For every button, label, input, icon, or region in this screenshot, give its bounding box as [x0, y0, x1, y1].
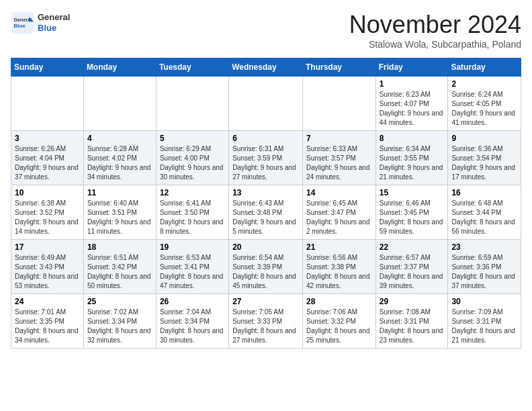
day-info: Sunrise: 6:29 AM Sunset: 4:00 PM Dayligh…: [160, 144, 225, 182]
day-info: Sunrise: 6:31 AM Sunset: 3:59 PM Dayligh…: [232, 144, 299, 182]
day-cell: 13Sunrise: 6:43 AM Sunset: 3:48 PM Dayli…: [229, 185, 303, 240]
day-info: Sunrise: 6:23 AM Sunset: 4:07 PM Dayligh…: [380, 90, 445, 128]
week-row-3: 10Sunrise: 6:38 AM Sunset: 3:52 PM Dayli…: [11, 185, 521, 240]
day-number: 30: [451, 297, 517, 306]
day-number: 5: [160, 134, 225, 143]
day-number: 20: [232, 242, 299, 252]
day-number: 10: [15, 188, 80, 197]
day-info: Sunrise: 6:51 AM Sunset: 3:42 PM Dayligh…: [87, 253, 152, 291]
day-number: 14: [306, 188, 372, 197]
header-cell-sunday: Sunday: [11, 58, 84, 77]
day-cell: 29Sunrise: 7:08 AM Sunset: 3:31 PM Dayli…: [375, 294, 448, 349]
day-cell: [229, 77, 303, 131]
day-cell: 8Sunrise: 6:34 AM Sunset: 3:55 PM Daylig…: [375, 131, 448, 185]
day-number: 16: [451, 188, 517, 197]
day-cell: 22Sunrise: 6:57 AM Sunset: 3:37 PM Dayli…: [375, 240, 448, 294]
day-cell: 20Sunrise: 6:54 AM Sunset: 3:39 PM Dayli…: [229, 240, 303, 294]
day-cell: 28Sunrise: 7:06 AM Sunset: 3:32 PM Dayli…: [302, 294, 375, 349]
day-cell: 25Sunrise: 7:02 AM Sunset: 3:34 PM Dayli…: [83, 294, 156, 349]
header-cell-monday: Monday: [83, 58, 156, 77]
day-number: 27: [232, 297, 299, 306]
day-info: Sunrise: 7:05 AM Sunset: 3:33 PM Dayligh…: [232, 308, 299, 345]
day-info: Sunrise: 6:53 AM Sunset: 3:41 PM Dayligh…: [160, 253, 225, 291]
page-header: General Blue General Blue November 2024 …: [11, 11, 521, 50]
day-number: 28: [306, 297, 372, 306]
day-info: Sunrise: 7:08 AM Sunset: 3:31 PM Dayligh…: [380, 308, 445, 345]
day-cell: 15Sunrise: 6:46 AM Sunset: 3:45 PM Dayli…: [375, 185, 448, 240]
day-number: 3: [15, 134, 80, 143]
logo-general-text: General: [38, 12, 70, 22]
day-cell: 4Sunrise: 6:28 AM Sunset: 4:02 PM Daylig…: [83, 131, 156, 185]
logo: General Blue General Blue: [11, 11, 70, 35]
day-cell: 19Sunrise: 6:53 AM Sunset: 3:41 PM Dayli…: [156, 240, 228, 294]
day-number: 23: [451, 242, 517, 252]
day-cell: 26Sunrise: 7:04 AM Sunset: 3:34 PM Dayli…: [156, 294, 228, 349]
day-cell: 9Sunrise: 6:36 AM Sunset: 3:54 PM Daylig…: [448, 131, 521, 185]
day-info: Sunrise: 6:34 AM Sunset: 3:55 PM Dayligh…: [380, 144, 445, 182]
day-info: Sunrise: 7:04 AM Sunset: 3:34 PM Dayligh…: [160, 308, 225, 345]
day-number: 15: [380, 188, 445, 197]
day-number: 4: [87, 134, 152, 143]
day-info: Sunrise: 6:56 AM Sunset: 3:38 PM Dayligh…: [306, 253, 372, 291]
day-info: Sunrise: 6:43 AM Sunset: 3:48 PM Dayligh…: [232, 199, 299, 236]
day-cell: 7Sunrise: 6:33 AM Sunset: 3:57 PM Daylig…: [302, 131, 375, 185]
day-cell: 21Sunrise: 6:56 AM Sunset: 3:38 PM Dayli…: [302, 240, 375, 294]
day-number: 6: [232, 134, 299, 143]
day-info: Sunrise: 6:59 AM Sunset: 3:36 PM Dayligh…: [451, 253, 517, 291]
day-number: 13: [232, 188, 299, 197]
day-cell: 3Sunrise: 6:26 AM Sunset: 4:04 PM Daylig…: [11, 131, 84, 185]
day-info: Sunrise: 6:48 AM Sunset: 3:44 PM Dayligh…: [451, 199, 517, 236]
day-info: Sunrise: 6:49 AM Sunset: 3:43 PM Dayligh…: [15, 253, 80, 291]
day-info: Sunrise: 6:26 AM Sunset: 4:04 PM Dayligh…: [15, 144, 80, 182]
day-info: Sunrise: 6:40 AM Sunset: 3:51 PM Dayligh…: [87, 199, 152, 236]
day-cell: 6Sunrise: 6:31 AM Sunset: 3:59 PM Daylig…: [229, 131, 303, 185]
day-number: 24: [15, 297, 80, 306]
week-row-1: 1Sunrise: 6:23 AM Sunset: 4:07 PM Daylig…: [11, 77, 521, 131]
day-cell: 17Sunrise: 6:49 AM Sunset: 3:43 PM Dayli…: [11, 240, 84, 294]
day-cell: 2Sunrise: 6:24 AM Sunset: 4:05 PM Daylig…: [448, 77, 521, 131]
day-info: Sunrise: 7:06 AM Sunset: 3:32 PM Dayligh…: [306, 308, 372, 345]
day-number: 7: [306, 134, 372, 143]
day-cell: 16Sunrise: 6:48 AM Sunset: 3:44 PM Dayli…: [448, 185, 521, 240]
calendar-header: SundayMondayTuesdayWednesdayThursdayFrid…: [11, 58, 521, 77]
day-info: Sunrise: 6:41 AM Sunset: 3:50 PM Dayligh…: [160, 199, 225, 236]
header-cell-wednesday: Wednesday: [229, 58, 303, 77]
day-number: 2: [451, 79, 517, 89]
day-number: 12: [160, 188, 225, 197]
week-row-2: 3Sunrise: 6:26 AM Sunset: 4:04 PM Daylig…: [11, 131, 521, 185]
day-number: 21: [306, 242, 372, 252]
day-cell: 10Sunrise: 6:38 AM Sunset: 3:52 PM Dayli…: [11, 185, 84, 240]
day-info: Sunrise: 7:01 AM Sunset: 3:35 PM Dayligh…: [15, 308, 80, 345]
day-number: 17: [15, 242, 80, 252]
title-block: November 2024 Stalowa Wola, Subcarpathia…: [349, 11, 521, 50]
day-cell: [83, 77, 156, 131]
day-info: Sunrise: 6:54 AM Sunset: 3:39 PM Dayligh…: [232, 253, 299, 291]
day-number: 19: [160, 242, 225, 252]
day-info: Sunrise: 6:33 AM Sunset: 3:57 PM Dayligh…: [306, 144, 372, 182]
header-row: SundayMondayTuesdayWednesdayThursdayFrid…: [11, 58, 521, 77]
day-cell: 27Sunrise: 7:05 AM Sunset: 3:33 PM Dayli…: [229, 294, 303, 349]
day-cell: 1Sunrise: 6:23 AM Sunset: 4:07 PM Daylig…: [375, 77, 448, 131]
day-info: Sunrise: 7:09 AM Sunset: 3:31 PM Dayligh…: [451, 308, 517, 345]
day-cell: 30Sunrise: 7:09 AM Sunset: 3:31 PM Dayli…: [448, 294, 521, 349]
day-info: Sunrise: 7:02 AM Sunset: 3:34 PM Dayligh…: [87, 308, 152, 345]
day-info: Sunrise: 6:46 AM Sunset: 3:45 PM Dayligh…: [380, 199, 445, 236]
logo-blue-text: Blue: [38, 23, 56, 33]
day-cell: 12Sunrise: 6:41 AM Sunset: 3:50 PM Dayli…: [156, 185, 228, 240]
calendar-table: SundayMondayTuesdayWednesdayThursdayFrid…: [11, 58, 521, 349]
day-number: 26: [160, 297, 225, 306]
header-cell-thursday: Thursday: [302, 58, 375, 77]
day-number: 9: [451, 134, 517, 143]
week-row-5: 24Sunrise: 7:01 AM Sunset: 3:35 PM Dayli…: [11, 294, 521, 349]
logo-icon: General Blue: [11, 11, 35, 35]
header-cell-friday: Friday: [375, 58, 448, 77]
location-subtitle: Stalowa Wola, Subcarpathia, Poland: [349, 39, 521, 50]
day-number: 18: [87, 242, 152, 252]
day-cell: 18Sunrise: 6:51 AM Sunset: 3:42 PM Dayli…: [83, 240, 156, 294]
day-number: 1: [380, 79, 445, 89]
day-number: 22: [380, 242, 445, 252]
day-cell: [302, 77, 375, 131]
day-number: 11: [87, 188, 152, 197]
day-info: Sunrise: 6:28 AM Sunset: 4:02 PM Dayligh…: [87, 144, 152, 182]
day-number: 29: [380, 297, 445, 306]
